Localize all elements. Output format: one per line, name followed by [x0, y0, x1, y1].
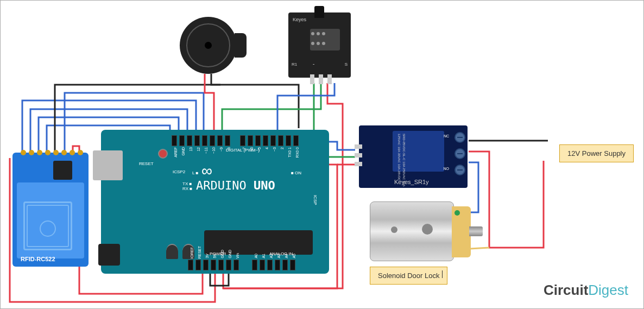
hall-pins — [310, 74, 332, 84]
hall-s-label: S — [345, 62, 348, 67]
arduino-board: RESET ∞ ARDUINO UNO DIGITAL (PWM~) TX ■R… — [101, 130, 329, 274]
solenoid-motor — [370, 201, 454, 261]
arduino-power-analog-pins — [188, 260, 295, 270]
hall-brand-label: Keyes — [293, 17, 306, 22]
hall-r1-label: R1 — [292, 62, 297, 67]
rfid-pins — [21, 153, 83, 155]
hall-minus-label: - — [313, 61, 314, 67]
buzzer-tab — [235, 33, 247, 58]
motor-rivet — [391, 226, 397, 233]
tx-rx-label: TX ■RX ■ — [182, 181, 192, 191]
buzzer — [180, 17, 237, 74]
relay-label: Keyes_SR1y — [394, 179, 429, 185]
arduino-digital-pins — [172, 135, 299, 146]
power-supply-label: 12V Power Supply — [559, 144, 634, 162]
motor-rivet — [422, 224, 433, 235]
arduino-infinity-icon: ∞ — [201, 162, 212, 180]
circuitdigest-logo: CircuitDigest — [544, 282, 628, 299]
icsp2-label: ICSP2 — [173, 169, 185, 174]
rfid-chip — [53, 161, 72, 180]
circuit-diagram: RFID-RC522 RESET ∞ ARDUINO UNO DIGITAL (… — [1, 1, 643, 308]
hall-chip — [310, 29, 340, 51]
rfid-module: RFID-RC522 — [12, 153, 89, 267]
arduino-reset-button — [158, 149, 168, 159]
buzzer-hole — [205, 42, 212, 49]
motor-terminal-top — [454, 210, 460, 216]
rfid-icon — [40, 220, 56, 237]
on-label: ■ ON — [291, 171, 301, 175]
arduino-logo: ARDUINO UNO — [196, 179, 275, 192]
relay-screw-terminals: NC NO — [454, 132, 465, 175]
motor-terminal-bottom — [454, 245, 460, 251]
hall-sensor-component — [314, 6, 324, 18]
solenoid-lock-label: Solenoid Door Lock — [370, 267, 447, 285]
reset-label: RESET — [139, 161, 154, 166]
motor-shaft — [469, 226, 483, 236]
arduino-barrel-jack — [98, 244, 120, 266]
relay-input-pins — [355, 144, 362, 166]
l-label: L ■ — [192, 171, 198, 175]
hall-sensor-module: Keyes R1 - S — [288, 12, 351, 78]
relay-module: SRD-05VDC-SL-C 10A 250VAC 10A 125VAC 10A… — [359, 125, 468, 188]
rfid-label: RFID-RC522 — [21, 256, 55, 262]
icsp-label: ICSP — [313, 195, 318, 205]
arduino-usb-port — [93, 150, 123, 180]
